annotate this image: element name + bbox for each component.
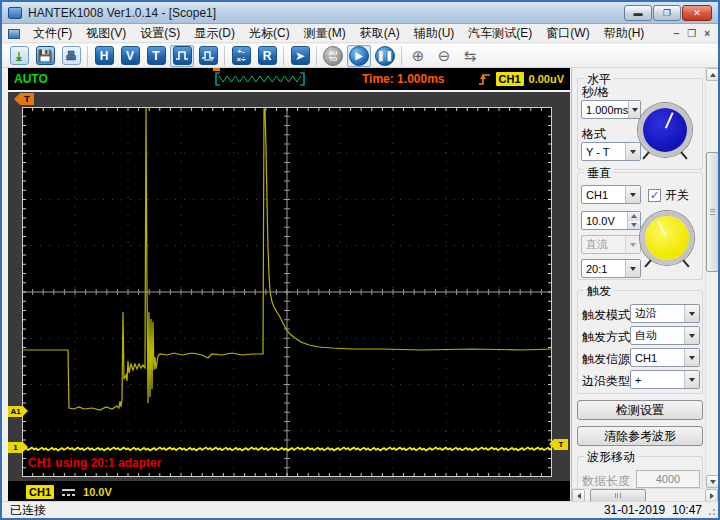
channel1-level-marker[interactable]: 1 [8,442,23,453]
mdi-minimize-button[interactable]: – [674,28,680,39]
horizontal-knob[interactable] [638,103,692,157]
detect-settings-button[interactable]: 检测设置 [577,400,703,420]
edge-type-select[interactable]: + [630,370,700,389]
menu-display[interactable]: 显示(D) [187,25,242,43]
chevron-down-icon[interactable] [628,101,640,118]
toolbar-separator [283,46,284,66]
chevron-down-icon[interactable] [625,143,640,160]
waveform-mode-button[interactable] [170,45,194,67]
menu-utility[interactable]: 辅助(U) [407,25,462,43]
scope-grid-svg [22,107,552,477]
menu-view[interactable]: 视图(V) [79,25,133,43]
minimize-button[interactable]: ▬ [624,5,652,21]
scope-info-strip: AUTO Time: 1.000ms CH1 0.00uV [8,68,570,90]
reference-button[interactable]: R [255,45,279,67]
menu-acquire[interactable]: 获取(A) [353,25,407,43]
reference-icon: R [258,46,277,65]
save-button[interactable]: 💾 [33,45,57,67]
menu-measure[interactable]: 测量(M) [297,25,353,43]
scroll-up-icon[interactable] [706,68,719,81]
chevron-down-icon[interactable] [625,186,640,203]
refresh-button[interactable]: ⇆ [458,45,482,67]
pause-icon: ❚❚ [375,46,395,66]
trigger-level-value: 0.00uV [529,73,564,85]
trigger-sweep-select[interactable]: 自动 [630,326,700,345]
pulse-wave-icon [173,46,192,65]
menu-cursor[interactable]: 光标(C) [242,25,297,43]
reference-level-marker[interactable]: A1 [8,406,23,417]
chevron-down-icon[interactable] [684,327,699,344]
trigger-position-marker[interactable]: T [20,93,34,105]
zoom-in-button[interactable]: ⊕ [406,45,430,67]
toolbar-separator [401,46,402,66]
title-bar: HANTEK1008 Ver1.0.14 - [Scope1] ▬ ❐ ✕ [2,2,718,24]
menu-file[interactable]: 文件(F) [26,25,79,43]
vertical-group-title: 垂直 [584,165,614,182]
trigger-channel-badge: CH1 [496,72,524,86]
format-label: 格式 [582,126,606,143]
mdi-child-icon[interactable] [8,29,20,39]
acquisition-mode-label: AUTO [14,72,48,86]
trigger-source-select[interactable]: CH1 [630,348,700,367]
menu-help[interactable]: 帮助(H) [597,25,652,43]
math-button[interactable]: +-×÷ [229,45,253,67]
datetime-label: 31-01-2019 10:47 [604,503,718,517]
chevron-down-icon[interactable] [684,349,699,366]
sec-div-label: 秒/格 [582,84,609,101]
toolbar-separator [224,46,225,66]
timebase-select[interactable]: 1.000ms [581,100,641,119]
restore-button[interactable]: ❐ [653,5,681,21]
mdi-close-button[interactable]: × [704,28,710,39]
coupling-select[interactable]: 直流 [581,235,641,254]
control-panel-column: 水平 秒/格 1.000ms 格式 Y - T 垂直 [571,68,718,501]
resize-grip[interactable] [706,506,716,516]
autoset-button[interactable]: AUTO [321,45,345,67]
toolbar-separator [87,46,88,66]
trigger-group-title: 触发 [584,283,614,300]
channel-select[interactable]: CH1 [581,185,641,204]
format-select[interactable]: Y - T [581,142,641,161]
cursor-measure-button[interactable]: ➤ [288,45,312,67]
mdi-restore-button[interactable]: ❐ [687,28,696,39]
zoom-out-button[interactable]: ⊖ [432,45,456,67]
print-button[interactable]: 🖶 [59,45,83,67]
waveform-list-button[interactable] [196,45,220,67]
probe-ratio-select[interactable]: 20:1 [581,259,641,278]
horizontal-panel-button[interactable]: H [92,45,116,67]
chevron-down-icon[interactable] [684,305,699,322]
data-length-field[interactable]: 4000 [636,470,700,488]
menu-settings[interactable]: 设置(S) [133,25,187,43]
refresh-icon: ⇆ [464,48,477,63]
vertical-panel-button[interactable]: V [118,45,142,67]
pulse-list-icon [199,46,218,65]
close-button[interactable]: ✕ [682,5,712,21]
trigger-mode-select[interactable]: 边沿 [630,304,700,323]
channel-switch-checkbox[interactable]: ✓ 开关 [648,187,689,204]
waveform-move-title: 波形移动 [584,449,638,466]
spin-down-icon[interactable] [628,221,640,230]
panel-vertical-scrollbar[interactable] [705,68,718,488]
trigger-panel-button[interactable]: T [144,45,168,67]
clear-reference-button[interactable]: 清除参考波形 [577,426,703,446]
load-data-icon: ⤓ [10,46,29,65]
toolbar: ⤓ 💾 🖶 H V T +-×÷ R ➤ [2,44,718,68]
menu-window[interactable]: 窗口(W) [539,25,596,43]
run-button[interactable]: ▶ [347,45,371,67]
menu-auto-test[interactable]: 汽车测试(E) [461,25,539,43]
chevron-down-icon[interactable] [684,371,699,388]
volts-div-spinner[interactable]: 10.0V [581,211,641,230]
trigger-level-marker[interactable]: T [554,439,568,450]
pause-button[interactable]: ❚❚ [373,45,397,67]
scroll-down-icon[interactable] [706,475,719,488]
vertical-knob[interactable] [640,211,694,265]
waveform-preview[interactable] [213,71,307,87]
load-data-button[interactable]: ⤓ [7,45,31,67]
chevron-down-icon[interactable] [625,260,640,277]
scope-window: AUTO Time: 1.000ms CH1 0.00uV T [2,68,571,501]
vertical-scroll-thumb[interactable] [706,152,719,272]
spin-up-icon[interactable] [628,212,640,221]
connection-status: 已连接 [2,502,46,519]
waveform-move-group: 波形移动 数据长度 4000 [577,456,703,488]
panel-horizontal-scrollbar[interactable] [572,488,718,501]
channel1-badge[interactable]: CH1 [26,485,54,499]
